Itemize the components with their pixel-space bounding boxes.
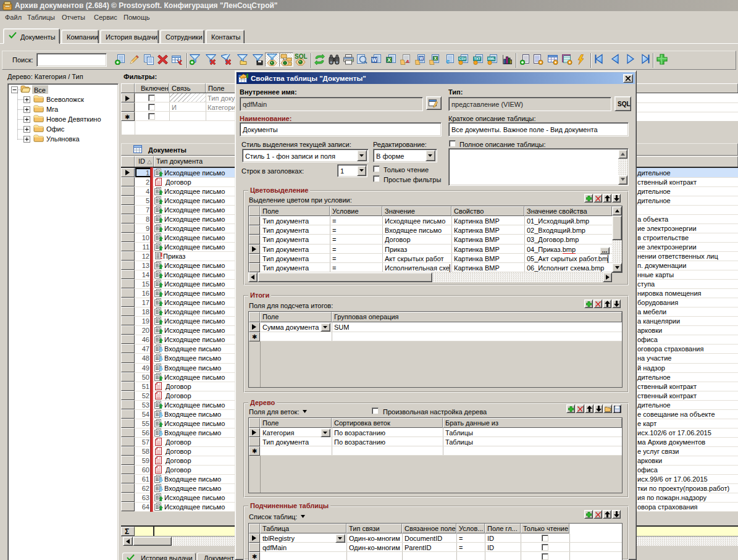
svg-text:CSV: CSV (459, 57, 466, 61)
svg-text:W: W (372, 57, 377, 63)
svg-text:TXT: TXT (474, 57, 480, 61)
svg-text:W: W (419, 56, 424, 61)
svg-text:A: A (405, 59, 409, 64)
svg-text:e: e (446, 56, 450, 65)
svg-text:X: X (387, 57, 391, 63)
svg-text:X: X (434, 56, 437, 61)
svg-text:XML: XML (488, 57, 495, 61)
